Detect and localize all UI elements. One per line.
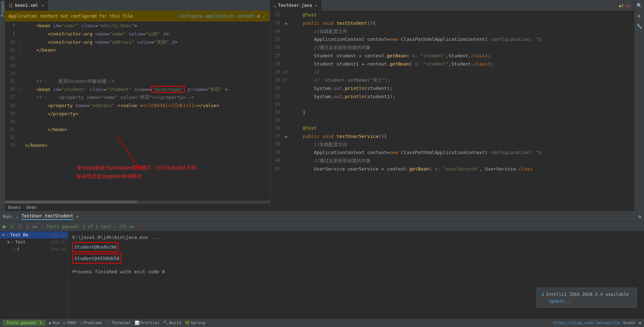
- java-tab-label: TestUser.java: [278, 3, 312, 8]
- run-status-text: ✓ Tests passed: 1 of 1 test – 271 ms →: [41, 223, 143, 229]
- profiler-status-item[interactable]: 📊 Profiler: [135, 321, 160, 325]
- breadcrumb-sep: ›: [22, 205, 25, 210]
- java-line-32: 32 System.out.println(student1);: [270, 92, 634, 101]
- status-bar: Tests passed: 1 ▶ Run ☑ TODO ⚠ Problems …: [0, 318, 644, 327]
- xml-tab-close[interactable]: ×: [42, 3, 44, 8]
- gear-icon[interactable]: ⚙: [257, 14, 260, 19]
- test-run-label[interactable]: TestUser.testStudent: [21, 213, 73, 220]
- event-icon: ●: [639, 321, 641, 325]
- java-line-35: 35: [270, 116, 634, 124]
- right-side-icons: 🔍 ⚙ 🔧: [634, 0, 644, 211]
- run-tab-close[interactable]: ×: [76, 214, 79, 219]
- warning-text: Application context not configured for t…: [9, 14, 133, 19]
- build-icon: 🔨: [163, 321, 168, 325]
- java-warning-bar: ▲2 ▲1: [616, 0, 634, 11]
- profiler-icon: 📊: [135, 321, 140, 325]
- xml-scrollbar[interactable]: [5, 201, 270, 203]
- project-label: Project: [1, 1, 5, 16]
- spring-icon: 🌿: [185, 321, 190, 325]
- build-label: Build: [169, 321, 181, 325]
- xml-code-area: 8 <bean id="user" class="entity.User"> 9…: [5, 21, 270, 201]
- xml-tab-bar: 🗋 bean1.xml ×: [5, 0, 270, 11]
- breadcrumb-item2[interactable]: bean: [26, 205, 37, 210]
- java-line-40: 40 //通过反射获取创建的对象: [270, 157, 634, 165]
- warning-banner: Application context not configured for t…: [5, 11, 270, 21]
- java-tab-close[interactable]: ×: [315, 3, 318, 8]
- java-editor-panel: ☕ TestUser.java × ▲2 ▲1 22: [270, 0, 634, 211]
- code-line-11: 11 ○ </bean>: [5, 46, 270, 54]
- url-link[interactable]: https://blog.csdn.net/worilb: [553, 321, 620, 325]
- run-tab-bar: Run: ☕ TestUser.testStudent × ⚙: [0, 212, 644, 222]
- java-line-23: 23 ▶ public void testStudent(){: [270, 19, 634, 27]
- run-tree: ▼ ✓ Test Re 271 ms ▼ ✓ Test 271 ms ✓ t 2…: [0, 231, 68, 318]
- java-line-38: 38 //加载配置文件: [270, 140, 634, 149]
- run-status-item[interactable]: ▶ Run: [49, 321, 60, 325]
- configure-link[interactable]: Configure application context: [179, 14, 255, 19]
- java-line-22: 22 @Test: [270, 11, 634, 19]
- java-line-41: 41 UserService userService = context.get…: [270, 165, 634, 173]
- problems-status-item[interactable]: ⚠ Problems: [80, 321, 102, 325]
- code-line-12: 12: [5, 54, 270, 62]
- tree-item-leaf[interactable]: ✓ t 271 ms: [0, 246, 68, 253]
- wrench-side-icon[interactable]: 🔧: [636, 24, 642, 29]
- code-line-8: 8 <bean id="user" class="entity.User">: [5, 21, 270, 30]
- java-line-36: 36 @Test: [270, 124, 634, 132]
- project-sidebar: Project: [0, 0, 5, 211]
- java-line-25: 25 ApplicationContext context=new ClassP…: [270, 35, 634, 43]
- todo-status-item[interactable]: ☑ TODO: [63, 321, 76, 325]
- java-line-31: 31 System.out.println(student);: [270, 84, 634, 92]
- error-count: ▲1: [626, 3, 631, 8]
- notif-title-row: ℹ IntelliJ IDEA 2020.3.4 available: [542, 292, 631, 297]
- problems-icon: ⚠: [80, 321, 82, 325]
- breadcrumb: beans › bean: [5, 203, 270, 211]
- run-icon: ▶: [49, 321, 52, 325]
- run-toolbar: ▶ ✓ ⊘ ↕ ↕» ✓ Tests passed: 1 of 1 test –…: [0, 222, 644, 231]
- check-icon: ✓: [263, 13, 266, 20]
- run-stop-button[interactable]: ⊘: [18, 223, 23, 230]
- spring-label: Spring: [191, 321, 205, 325]
- java-file-icon: ☕: [274, 3, 277, 8]
- run-label-text: Run: [53, 321, 60, 325]
- problems-label: Problems: [83, 321, 102, 325]
- java-line-28: 28 Student student1 = context.getBean( s…: [270, 60, 634, 68]
- run-play-button[interactable]: ▶: [2, 223, 8, 230]
- terminal-status-item[interactable]: ⬛ Terminal: [106, 321, 131, 325]
- tree-item-test[interactable]: ▼ ✓ Test 271 ms: [0, 239, 68, 246]
- xml-tab[interactable]: 🗋 bean1.xml ×: [5, 0, 48, 11]
- code-line-20: 20: [5, 118, 270, 125]
- run-sort-button[interactable]: ↕: [25, 223, 29, 230]
- java-line-26: 26 //通过反射获取创建的对象: [270, 43, 634, 52]
- search-side-icon[interactable]: 🔍: [636, 3, 642, 8]
- run-settings-icon[interactable]: ⚙: [638, 214, 641, 219]
- notif-link[interactable]: Update...: [549, 299, 631, 304]
- intellij-notification: ℹ IntelliJ IDEA 2020.3.4 available Updat…: [537, 288, 637, 308]
- terminal-icon: ⬛: [106, 321, 111, 325]
- build-status-item[interactable]: 🔨 Build: [163, 321, 181, 325]
- tests-badge: Tests passed: 1: [3, 320, 45, 326]
- xml-tab-label: bean1.xml: [15, 3, 38, 8]
- code-line-14: 14: [5, 69, 270, 77]
- code-line-18: 18 <property name="address" ><value ><![…: [5, 101, 270, 110]
- output-result1: Student@6adbc9d: [72, 242, 119, 252]
- tree-item-root[interactable]: ▼ ✓ Test Re 271 ms: [0, 231, 68, 239]
- todo-icon: ☑: [63, 321, 66, 325]
- java-run-icon: ☕: [16, 214, 19, 219]
- terminal-label: Terminal: [112, 321, 131, 325]
- java-line-24: 24 //加载配置文件: [270, 27, 634, 35]
- run-sort2-button[interactable]: ↕»: [32, 223, 38, 230]
- code-line-17: 17 <!-- <property name="name" value="李四"…: [5, 93, 270, 101]
- output-result2: Student@4550bb58: [72, 254, 121, 264]
- xml-editor-panel: 🗋 bean1.xml × Application context not co…: [5, 0, 270, 211]
- java-line-29: 29 // //: [270, 68, 634, 76]
- run-check-button[interactable]: ✓: [10, 223, 15, 230]
- settings-side-icon[interactable]: ⚙: [638, 13, 641, 19]
- java-line-37: 37 ▶ public void testUserService(){: [270, 132, 634, 140]
- breadcrumb-item1[interactable]: beans: [8, 205, 21, 210]
- profiler-label: Profiler: [141, 321, 160, 325]
- event-label[interactable]: Event: [623, 321, 635, 325]
- code-line-9: 9 <constructor-arg name="name" value="山姆…: [5, 30, 270, 38]
- spring-status-item[interactable]: 🌿 Spring: [185, 321, 205, 325]
- java-tab[interactable]: ☕ TestUser.java ×: [270, 0, 321, 11]
- xml-file-icon: 🗋: [9, 3, 13, 8]
- code-line-15: 15 <!-- 配置Student对象创建-->: [5, 77, 270, 85]
